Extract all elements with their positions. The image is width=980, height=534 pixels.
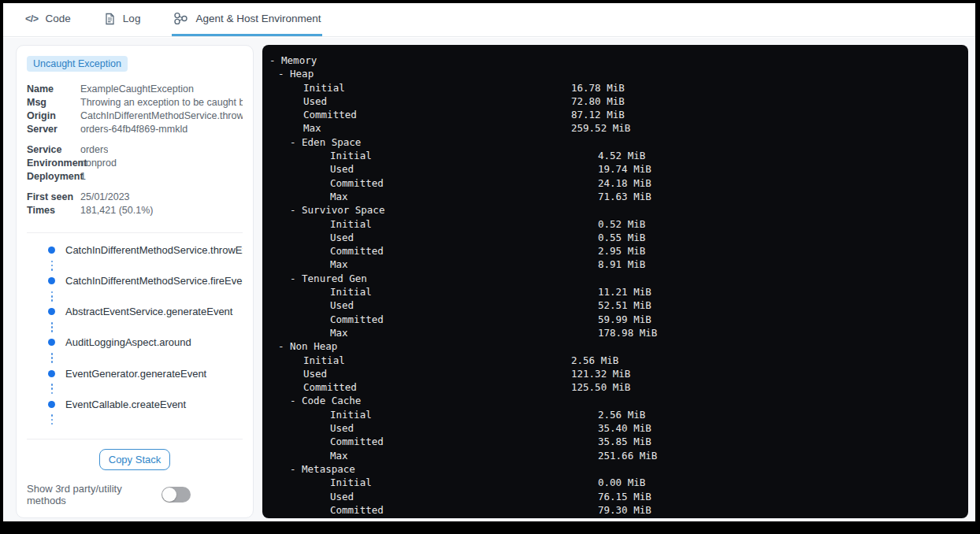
memory-metric-row: Committed59.99 MiB bbox=[269, 313, 960, 326]
memory-metric-value: 52.51 MiB bbox=[598, 299, 651, 312]
stack-frame-label: AbstractEventService.generateEvent bbox=[65, 306, 232, 317]
stack-frame-label: EventGenerator.generateEvent bbox=[65, 368, 206, 380]
log-icon bbox=[104, 13, 116, 25]
tab-code[interactable]: </>Code bbox=[24, 3, 72, 36]
memory-node-label: - Tenured Gen bbox=[290, 272, 367, 285]
tab-label: Agent & Host Environment bbox=[195, 13, 321, 24]
memory-metric-label: Initial bbox=[330, 476, 598, 489]
memory-tree-node[interactable]: - Heap bbox=[269, 67, 960, 80]
memory-node-label: - Metaspace bbox=[290, 462, 355, 476]
memory-tree-node[interactable]: - Code Cache bbox=[269, 394, 960, 407]
memory-tree-node[interactable]: - Metaspace bbox=[269, 462, 960, 476]
memory-metric-value: 35.40 MiB bbox=[598, 421, 651, 435]
stack-frame[interactable]: CatchInDifferentMethodService.throwEx... bbox=[27, 244, 243, 256]
memory-metric-value: 0.52 MiB bbox=[598, 217, 645, 231]
stack-frame-label: CatchInDifferentMethodService.throwEx... bbox=[65, 244, 243, 256]
memory-metric-label: Max bbox=[330, 326, 598, 339]
memory-metric-label: Max bbox=[330, 190, 598, 203]
stack-frame[interactable]: EventCallable.createEvent bbox=[27, 399, 243, 410]
stack-connector bbox=[51, 256, 243, 275]
memory-metric-label: Max bbox=[330, 258, 598, 271]
field-value: nonprod bbox=[80, 157, 117, 170]
memory-metric-row: Max259.52 MiB bbox=[269, 121, 960, 135]
stack-frame-label: AuditLoggingAspect.around bbox=[65, 336, 191, 348]
memory-node-label: - Compressed Class Space bbox=[290, 517, 432, 518]
memory-metric-label: Initial bbox=[330, 408, 598, 421]
stack-frame[interactable]: AbstractEventService.generateEvent bbox=[27, 306, 243, 317]
memory-metric-row: Used0.55 MiB bbox=[269, 231, 960, 244]
memory-node-label: - Non Heap bbox=[278, 339, 337, 353]
field-value: orders-64fb4f869-mmkld bbox=[80, 123, 187, 136]
field-value: 25/01/2023 bbox=[80, 191, 130, 204]
agent-icon bbox=[173, 12, 188, 25]
memory-metric-value: 19.74 MiB bbox=[598, 162, 651, 176]
memory-tree-node[interactable]: - Non Heap bbox=[269, 339, 960, 353]
third-party-toggle[interactable] bbox=[161, 487, 191, 502]
memory-metric-row: Used52.51 MiB bbox=[269, 299, 960, 312]
memory-tree-node[interactable]: - Eden Space bbox=[269, 135, 960, 149]
toggle-knob bbox=[162, 488, 176, 502]
memory-tree-panel[interactable]: - Memory- HeapInitial16.78 MiBUsed72.80 … bbox=[262, 45, 968, 518]
memory-metric-value: 71.63 MiB bbox=[598, 190, 651, 203]
memory-metric-row: Max178.98 MiB bbox=[269, 326, 960, 339]
field-value: Throwing an exception to be caught by a … bbox=[80, 96, 243, 109]
field-row-times: Times181,421 (50.1%) bbox=[27, 204, 243, 217]
copy-stack-button[interactable]: Copy Stack bbox=[99, 449, 170, 470]
memory-metric-label: Committed bbox=[303, 380, 571, 394]
tab-agent-host-environment[interactable]: Agent & Host Environment bbox=[172, 3, 322, 36]
memory-metric-label: Committed bbox=[330, 503, 598, 517]
memory-metric-label: Used bbox=[303, 95, 571, 108]
memory-metric-label: Used bbox=[330, 299, 598, 312]
memory-metric-row: Committed79.30 MiB bbox=[269, 503, 960, 517]
frame-marker-icon bbox=[48, 401, 55, 408]
field-value: orders bbox=[80, 143, 108, 157]
memory-metric-label: Committed bbox=[330, 244, 598, 258]
memory-metric-row: Initial4.52 MiB bbox=[269, 149, 960, 162]
frame-marker-icon bbox=[48, 339, 55, 346]
exception-type-badge: Uncaught Exception bbox=[27, 56, 128, 72]
field-row-server: Serverorders-64fb4f869-mmkld bbox=[27, 123, 243, 136]
tab-bar: </>CodeLogAgent & Host Environment bbox=[3, 3, 975, 37]
memory-metric-value: 251.66 MiB bbox=[598, 449, 657, 462]
field-label: Origin bbox=[27, 109, 80, 123]
content-area: Uncaught Exception NameExampleCaughtExce… bbox=[3, 38, 975, 521]
memory-metric-value: 4.52 MiB bbox=[598, 149, 645, 162]
memory-tree-node[interactable]: - Memory bbox=[269, 54, 960, 67]
memory-metric-value: 24.18 MiB bbox=[598, 176, 651, 190]
app-window: </>CodeLogAgent & Host Environment Uncau… bbox=[3, 3, 975, 521]
memory-tree-node[interactable]: - Survivor Space bbox=[269, 203, 960, 217]
stack-connector bbox=[51, 410, 243, 429]
stack-frame[interactable]: EventGenerator.generateEvent bbox=[27, 368, 243, 380]
memory-metric-label: Committed bbox=[330, 435, 598, 448]
field-row-environment: Environmentnonprod bbox=[27, 157, 243, 170]
tab-log[interactable]: Log bbox=[102, 3, 143, 36]
third-party-toggle-row: Show 3rd party/utility methods bbox=[27, 483, 243, 506]
field-value: 181,421 (50.1%) bbox=[80, 204, 153, 217]
memory-node-label: - Code Cache bbox=[290, 394, 361, 407]
stack-frame[interactable]: CatchInDifferentMethodService.fireEvent bbox=[27, 275, 243, 287]
memory-metric-value: 87.12 MiB bbox=[571, 108, 625, 121]
field-value: 1 bbox=[80, 170, 86, 184]
memory-metric-value: 59.99 MiB bbox=[598, 313, 651, 326]
memory-metric-label: Used bbox=[330, 162, 598, 176]
field-value: CatchInDifferentMethodService.throwExcep bbox=[80, 109, 243, 123]
memory-node-label: - Survivor Space bbox=[290, 203, 384, 217]
memory-metric-row: Used76.15 MiB bbox=[269, 490, 960, 503]
third-party-toggle-label: Show 3rd party/utility methods bbox=[27, 483, 161, 506]
memory-metric-label: Initial bbox=[303, 81, 571, 95]
field-row-msg: MsgThrowing an exception to be caught by… bbox=[27, 96, 243, 109]
field-group: First seen25/01/2023Times181,421 (50.1%) bbox=[27, 191, 243, 217]
memory-tree-node[interactable]: - Compressed Class Space bbox=[269, 517, 960, 518]
stack-frame[interactable]: AuditLoggingAspect.around bbox=[27, 336, 243, 348]
stack-frame-label: EventCallable2.call bbox=[65, 429, 153, 431]
memory-metric-label: Used bbox=[330, 231, 598, 244]
memory-metric-label: Initial bbox=[330, 217, 598, 231]
memory-tree-node[interactable]: - Tenured Gen bbox=[269, 272, 960, 285]
field-label: Msg bbox=[27, 96, 80, 109]
memory-metric-value: 259.52 MiB bbox=[571, 121, 630, 135]
field-row-service: Serviceorders bbox=[27, 143, 243, 157]
frame-marker-icon bbox=[48, 247, 55, 254]
copy-stack-row: Copy Stack bbox=[27, 449, 243, 470]
stack-frame[interactable]: →EventCallable2.call bbox=[27, 429, 243, 431]
memory-metric-row: Initial16.78 MiB bbox=[269, 81, 960, 95]
